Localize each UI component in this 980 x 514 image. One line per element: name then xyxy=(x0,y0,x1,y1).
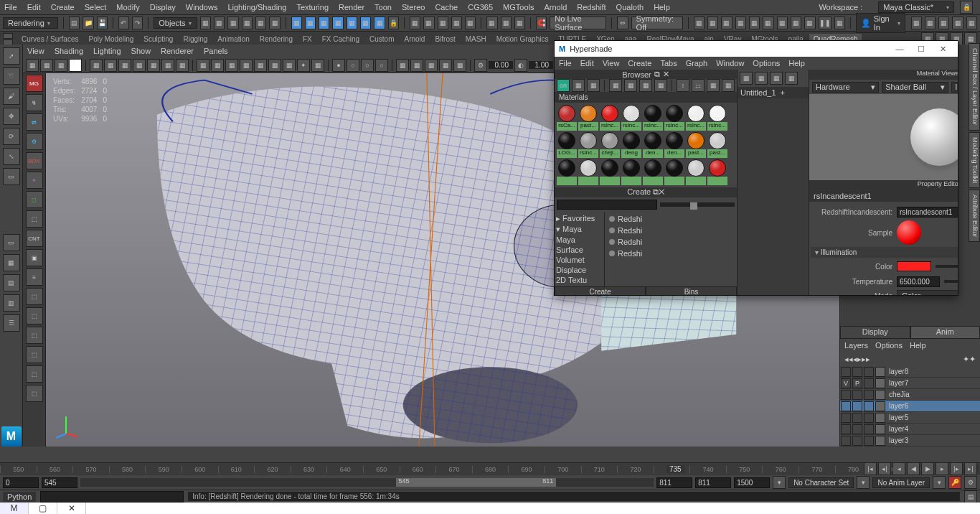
shelf-tab[interactable]: Sculpting xyxy=(139,34,177,45)
material-swatch[interactable] xyxy=(707,159,727,185)
shelf-tab[interactable]: MASH xyxy=(461,34,491,45)
pause-icon[interactable]: ❚❚ xyxy=(819,17,831,29)
lock-icon[interactable]: 🔒 xyxy=(388,17,399,29)
panel-icon[interactable]: ▦ xyxy=(707,17,718,29)
material-swatch[interactable]: rsInc... xyxy=(686,105,706,131)
graph-icon[interactable]: ▦ xyxy=(740,72,753,85)
new-scene-icon[interactable]: ▤ xyxy=(69,17,80,29)
last-tool-icon[interactable]: ▭ xyxy=(3,168,20,185)
material-swatch[interactable] xyxy=(664,159,684,185)
tree-item[interactable]: 2D Textu xyxy=(556,275,603,285)
panel-icon[interactable]: ▦ xyxy=(763,17,773,29)
tree-item[interactable]: ▸ Favorites xyxy=(556,213,603,224)
menu-lighting[interactable]: Lighting/Shading xyxy=(227,3,286,11)
symmetry-button[interactable]: Symmetry: Off xyxy=(631,17,683,29)
mgtool-icon[interactable]: ≡ xyxy=(26,268,43,286)
layer-new-icon[interactable]: ✦ xyxy=(963,355,969,364)
tree-item[interactable]: Surface xyxy=(556,245,603,255)
vp-icon[interactable]: ▦ xyxy=(425,59,438,72)
anim-tab[interactable]: Anim xyxy=(910,326,981,339)
layer-row[interactable]: layer6 xyxy=(840,401,980,412)
magnet-icon[interactable]: 🧲 xyxy=(536,17,547,29)
display-tab[interactable]: Display xyxy=(840,326,910,339)
taskbar-app-icon[interactable]: ▢ xyxy=(29,503,57,514)
temperature-slider[interactable] xyxy=(944,280,958,283)
hs-menu-item[interactable]: Help xyxy=(788,59,805,67)
shelf-tab[interactable]: Rigging xyxy=(179,34,212,45)
vp-menu-shading[interactable]: Shading xyxy=(55,47,83,55)
material-swatch[interactable]: past... xyxy=(686,132,706,158)
time-slider[interactable]: 5505605705805906006106206306406506606706… xyxy=(0,462,980,475)
layout-four-icon[interactable]: ▦ xyxy=(3,254,20,271)
node-name-field[interactable]: rsIncandescent1 xyxy=(809,190,958,202)
signin-button[interactable]: 👤 Sign In xyxy=(856,13,905,33)
undo-icon[interactable]: ↶ xyxy=(118,17,129,29)
mgtool-icon[interactable]: ⬚ xyxy=(26,307,43,324)
selmask-icon[interactable]: ▦ xyxy=(214,17,225,29)
move-tool-icon[interactable]: ✥ xyxy=(3,108,20,125)
render-icon[interactable]: ▦ xyxy=(501,17,512,29)
script-editor-icon[interactable]: ▤ xyxy=(964,490,977,503)
snap-icon[interactable]: ▦ xyxy=(291,17,302,29)
vp-icon[interactable]: ▦ xyxy=(40,59,53,72)
command-input[interactable] xyxy=(40,491,184,503)
anim-layer-dropdown[interactable]: No Anim Layer xyxy=(872,477,930,488)
history-icon[interactable]: ▦ xyxy=(438,17,448,29)
layers-help-menu[interactable]: Help xyxy=(910,341,926,350)
mgtool-icon[interactable]: ⬚ xyxy=(26,210,43,228)
menu-windows[interactable]: Windows xyxy=(186,3,218,11)
prefs-icon[interactable]: ⚙ xyxy=(964,476,977,489)
hs-menu-item[interactable]: Graph xyxy=(686,59,708,67)
create-item[interactable]: Redshi xyxy=(606,225,735,236)
hs-icon[interactable]: ▦ xyxy=(707,79,720,92)
material-swatch[interactable]: past... xyxy=(578,105,598,131)
menu-cache[interactable]: Cache xyxy=(435,3,458,11)
shelf-toggle-icon[interactable] xyxy=(3,33,13,39)
menu-arnold[interactable]: Arnold xyxy=(544,3,567,11)
material-swatch[interactable]: rsInc... xyxy=(643,105,663,131)
vp-icon[interactable]: ▦ xyxy=(104,59,117,72)
shelf-tab[interactable]: Rendering xyxy=(255,34,297,45)
material-viewer[interactable] xyxy=(809,94,958,180)
layout-icon[interactable]: ▤ xyxy=(3,274,20,291)
create-list[interactable]: RedshiRedshiRedshiRedshi xyxy=(605,212,737,286)
vp-icon[interactable]: ▦ xyxy=(26,59,39,72)
create-item[interactable]: Redshi xyxy=(606,236,735,248)
popout-icon[interactable]: ⧉ xyxy=(654,70,660,79)
menu-help[interactable]: Help xyxy=(654,3,670,11)
vp-menu-lighting[interactable]: Lighting xyxy=(93,47,121,55)
material-swatch[interactable] xyxy=(557,159,577,185)
vp-icon[interactable]: ▦ xyxy=(161,59,174,72)
rotate-tool-icon[interactable]: ⟳ xyxy=(3,128,20,145)
toolkit-icon[interactable]: ▦ xyxy=(938,17,949,29)
mgtool-icon[interactable]: ⚙ xyxy=(26,133,43,150)
layer-move-icon[interactable]: ▸▸ xyxy=(862,355,870,364)
mv-renderer-dropdown[interactable]: Hardware▾ xyxy=(812,82,879,93)
layers-menu[interactable]: Layers xyxy=(844,341,868,350)
layers-options-menu[interactable]: Options xyxy=(875,341,903,350)
create-tab[interactable]: Create xyxy=(555,286,646,295)
mv-geometry-dropdown[interactable]: Shader Ball▾ xyxy=(882,82,948,93)
vp-icon[interactable]: ○ xyxy=(361,59,374,72)
toolkit-icon[interactable]: ▦ xyxy=(911,17,922,29)
panel-icon[interactable]: ▦ xyxy=(777,17,788,29)
menu-render[interactable]: Render xyxy=(339,3,364,11)
vp-menu-panels[interactable]: Panels xyxy=(204,47,228,55)
panel-icon[interactable]: ▦ xyxy=(735,17,746,29)
step-fwd-icon[interactable]: ▸ xyxy=(936,462,948,475)
close-panel-icon[interactable]: ✕ xyxy=(663,70,669,79)
menu-select[interactable]: Select xyxy=(85,3,107,11)
selection-mode-dropdown[interactable]: Objects xyxy=(154,17,197,29)
shelf-tab[interactable]: FX xyxy=(298,34,316,45)
vp-icon[interactable]: ▦ xyxy=(439,59,452,72)
step-back-key-icon[interactable]: ◂| xyxy=(878,462,891,475)
snap-icon[interactable]: ▦ xyxy=(319,17,329,29)
menu-display[interactable]: Display xyxy=(150,3,176,11)
hs-menu-item[interactable]: Edit xyxy=(580,59,594,67)
material-swatch[interactable]: den... xyxy=(664,132,684,158)
vp-menu-renderer[interactable]: Renderer xyxy=(161,47,194,55)
menu-file[interactable]: File xyxy=(4,3,17,11)
mgtool-icon[interactable]: ⬚ xyxy=(26,346,43,363)
vp-menu-show[interactable]: Show xyxy=(131,47,151,55)
create-tree[interactable]: ▸ Favorites▾ Maya Maya Surface Volumet D… xyxy=(555,212,605,286)
